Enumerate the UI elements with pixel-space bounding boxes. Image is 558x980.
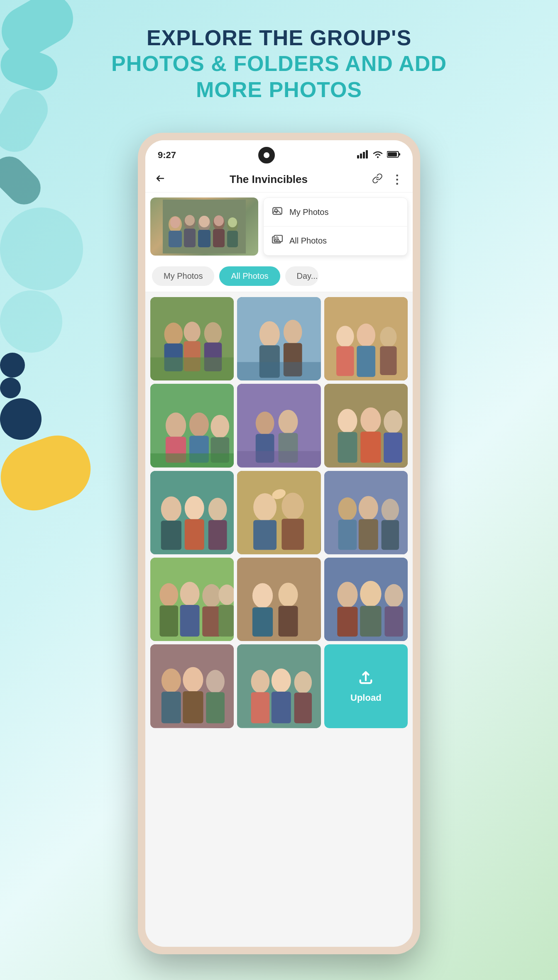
photo-cell-3[interactable] bbox=[324, 297, 408, 380]
photo-cell-4[interactable] bbox=[150, 384, 234, 467]
svg-point-122 bbox=[272, 668, 291, 692]
svg-point-30 bbox=[164, 323, 183, 346]
dropdown-all-photos-label: All Photos bbox=[289, 236, 327, 246]
svg-rect-63 bbox=[237, 451, 321, 468]
camera-icon bbox=[258, 147, 275, 163]
svg-rect-6 bbox=[388, 152, 397, 156]
svg-point-44 bbox=[336, 326, 354, 347]
back-button[interactable] bbox=[155, 173, 165, 186]
svg-point-61 bbox=[279, 410, 298, 434]
svg-point-92 bbox=[159, 583, 178, 607]
device-screen: 9:27 bbox=[145, 140, 413, 947]
photo-cell-2[interactable] bbox=[237, 297, 321, 380]
group-hero-image bbox=[150, 197, 258, 256]
svg-point-76 bbox=[208, 498, 227, 521]
svg-rect-2 bbox=[363, 152, 365, 158]
svg-rect-3 bbox=[366, 150, 368, 158]
svg-point-65 bbox=[338, 409, 357, 433]
svg-point-120 bbox=[251, 670, 270, 693]
tab-my-photos[interactable]: My Photos bbox=[152, 266, 214, 286]
svg-rect-82 bbox=[282, 519, 304, 550]
svg-rect-75 bbox=[185, 519, 204, 550]
svg-rect-0 bbox=[357, 155, 359, 158]
svg-point-72 bbox=[161, 496, 181, 521]
header-action-icons: ⋮ bbox=[372, 173, 403, 186]
more-menu-button[interactable]: ⋮ bbox=[391, 173, 403, 186]
photo-cell-9[interactable] bbox=[324, 471, 408, 554]
svg-rect-77 bbox=[208, 520, 227, 550]
svg-rect-16 bbox=[198, 230, 210, 247]
bg-dot-3 bbox=[0, 398, 42, 440]
svg-point-55 bbox=[210, 415, 229, 438]
svg-rect-73 bbox=[161, 520, 181, 549]
photo-cell-8[interactable] bbox=[237, 471, 321, 554]
photo-cell-10[interactable] bbox=[150, 558, 234, 641]
bg-dot-2 bbox=[0, 378, 21, 398]
svg-point-101 bbox=[252, 583, 273, 608]
tab-all-photos[interactable]: All Photos bbox=[219, 266, 280, 286]
svg-rect-97 bbox=[202, 606, 221, 636]
page-header: EXPLORE THE GROUP'S PHOTOS & FOLDERS AND… bbox=[0, 25, 558, 102]
svg-rect-102 bbox=[252, 607, 273, 636]
svg-rect-99 bbox=[218, 605, 234, 636]
svg-rect-118 bbox=[206, 692, 225, 724]
svg-rect-116 bbox=[183, 691, 203, 723]
photo-cell-7[interactable] bbox=[150, 471, 234, 554]
photo-cell-5[interactable] bbox=[237, 384, 321, 467]
svg-rect-10 bbox=[169, 231, 182, 247]
upload-button-cell[interactable]: Upload bbox=[324, 644, 408, 728]
svg-rect-57 bbox=[150, 453, 234, 468]
photo-cell-14[interactable] bbox=[237, 644, 321, 728]
tab-day[interactable]: Day... bbox=[285, 266, 318, 286]
dropdown-all-photos[interactable]: All Photos bbox=[264, 227, 407, 255]
bg-shape-yellow bbox=[0, 426, 100, 520]
group-title: The Invincibles bbox=[230, 173, 308, 186]
svg-point-74 bbox=[185, 496, 204, 520]
photo-cell-1[interactable] bbox=[150, 297, 234, 380]
svg-rect-36 bbox=[150, 357, 234, 380]
link-icon[interactable] bbox=[372, 173, 383, 186]
app-header: The Invincibles ⋮ bbox=[145, 167, 413, 193]
svg-point-124 bbox=[294, 671, 312, 694]
svg-rect-90 bbox=[381, 520, 399, 550]
photo-cell-12[interactable] bbox=[324, 558, 408, 641]
svg-rect-19 bbox=[213, 229, 225, 247]
tab-bar: My Photos All Photos Day... bbox=[145, 261, 413, 292]
svg-rect-86 bbox=[338, 519, 357, 550]
svg-point-87 bbox=[358, 496, 378, 520]
svg-point-46 bbox=[357, 324, 375, 347]
upload-overlay[interactable]: Upload bbox=[324, 644, 408, 728]
photo-cell-11[interactable] bbox=[237, 558, 321, 641]
svg-point-108 bbox=[360, 581, 381, 607]
svg-rect-68 bbox=[360, 432, 381, 463]
battery-icon bbox=[387, 151, 400, 160]
hero-section: My Photos All Photos bbox=[145, 193, 413, 261]
photo-cell-6[interactable] bbox=[324, 384, 408, 467]
svg-rect-114 bbox=[162, 692, 181, 723]
svg-rect-104 bbox=[279, 606, 298, 636]
bg-shape-5 bbox=[0, 207, 83, 290]
svg-point-20 bbox=[214, 215, 224, 226]
svg-point-53 bbox=[189, 413, 209, 437]
header-line1: EXPLORE THE GROUP'S bbox=[147, 26, 411, 50]
svg-point-14 bbox=[185, 215, 195, 226]
bg-shape-6 bbox=[0, 290, 62, 353]
svg-point-103 bbox=[279, 583, 298, 607]
svg-point-11 bbox=[170, 217, 180, 228]
svg-point-59 bbox=[256, 412, 274, 435]
svg-point-117 bbox=[206, 670, 225, 693]
svg-point-51 bbox=[166, 413, 186, 439]
svg-point-85 bbox=[338, 497, 357, 520]
svg-point-48 bbox=[380, 327, 396, 347]
photo-cell-13[interactable] bbox=[150, 644, 234, 728]
svg-point-34 bbox=[204, 322, 222, 344]
svg-rect-49 bbox=[380, 346, 396, 375]
svg-rect-47 bbox=[357, 346, 375, 377]
svg-point-96 bbox=[202, 584, 221, 607]
svg-rect-88 bbox=[358, 519, 378, 550]
status-time: 9:27 bbox=[158, 150, 176, 161]
dropdown-my-photos[interactable]: My Photos bbox=[264, 198, 407, 227]
svg-point-81 bbox=[282, 492, 304, 519]
all-photos-icon bbox=[272, 234, 283, 247]
hero-image-placeholder bbox=[150, 197, 258, 256]
